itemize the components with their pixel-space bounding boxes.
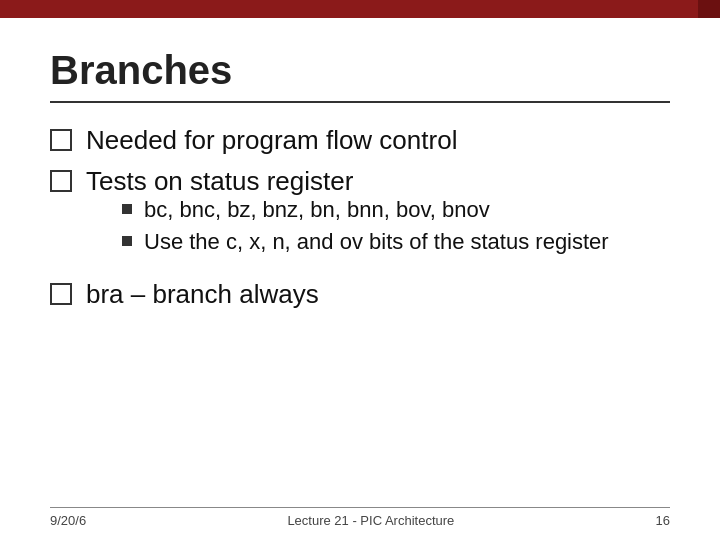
sub-bullet-icon-1	[122, 204, 132, 214]
slide-title: Branches	[50, 48, 670, 93]
slide-content: Branches Needed for program flow control…	[0, 18, 720, 540]
footer-page: 16	[656, 513, 670, 528]
bullet-text-2: Tests on status register	[86, 166, 353, 196]
title-divider	[50, 101, 670, 103]
bullet-item-2: Tests on status register bc, bnc, bz, bn…	[50, 166, 670, 261]
bullet-icon-3	[50, 283, 72, 305]
footer-title: Lecture 21 - PIC Architecture	[287, 513, 454, 528]
slide-footer: 9/20/6 Lecture 21 - PIC Architecture 16	[50, 507, 670, 528]
bullet-text-1: Needed for program flow control	[86, 125, 457, 156]
bullet-item-3: bra – branch always	[50, 279, 670, 310]
sub-bullet-icon-2	[122, 236, 132, 246]
sub-bullet-text-2: Use the c, x, n, and ov bits of the stat…	[144, 229, 609, 255]
sub-bullet-text-1: bc, bnc, bz, bnz, bn, bnn, bov, bnov	[144, 197, 490, 223]
bullet-item-2-content: Tests on status register bc, bnc, bz, bn…	[86, 166, 609, 261]
bullet-item-1: Needed for program flow control	[50, 125, 670, 156]
sub-bullet-item-2: Use the c, x, n, and ov bits of the stat…	[122, 229, 609, 255]
sub-bullet-list: bc, bnc, bz, bnz, bn, bnn, bov, bnov Use…	[122, 197, 609, 255]
footer-date: 9/20/6	[50, 513, 86, 528]
main-bullet-list: Needed for program flow control Tests on…	[50, 125, 670, 261]
bullet-text-3: bra – branch always	[86, 279, 319, 310]
bullet-icon-1	[50, 129, 72, 151]
bullet-icon-2	[50, 170, 72, 192]
top-bar-square	[698, 0, 720, 18]
top-bar	[0, 0, 720, 18]
sub-bullet-item-1: bc, bnc, bz, bnz, bn, bnn, bov, bnov	[122, 197, 609, 223]
